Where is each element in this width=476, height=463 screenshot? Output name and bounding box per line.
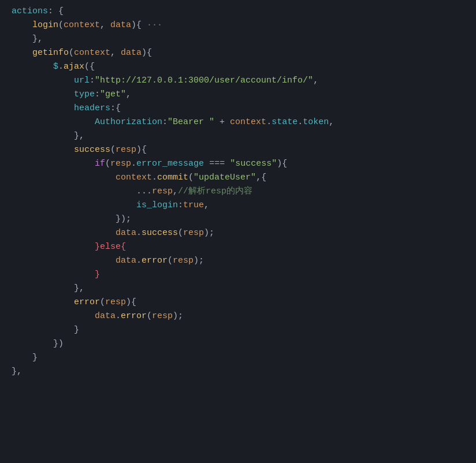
line-12: if(resp.error_message === "success"){ bbox=[12, 157, 476, 171]
line-19: data.error(resp); bbox=[12, 254, 476, 268]
line-26: } bbox=[12, 351, 476, 365]
line-13: context.commit("updateUser",{ bbox=[12, 171, 476, 185]
line-2: login(context, data){ ··· bbox=[12, 18, 476, 32]
line-22: error(resp){ bbox=[12, 296, 476, 309]
line-18: }else{ bbox=[12, 240, 476, 254]
line-14: ...resp,//解析resp的内容 bbox=[12, 185, 476, 199]
line-11: success(resp){ bbox=[12, 143, 476, 157]
line-10: }, bbox=[12, 129, 476, 143]
code-editor: actions: { login(context, data){ ··· }, … bbox=[0, 0, 476, 383]
fn-getinfo: getinfo bbox=[32, 46, 69, 60]
line-27: }, bbox=[12, 365, 476, 379]
line-5: $.ajax({ bbox=[12, 60, 476, 74]
line-24: } bbox=[12, 323, 476, 337]
line-17: data.success(resp); bbox=[12, 226, 476, 240]
line-25: }) bbox=[12, 337, 476, 351]
line-3: }, bbox=[12, 32, 476, 46]
line-21: }, bbox=[12, 282, 476, 296]
line-20: } bbox=[12, 268, 476, 282]
keyword-actions: actions bbox=[12, 5, 48, 18]
line-16: }); bbox=[12, 212, 476, 226]
line-8: headers:{ bbox=[12, 102, 476, 115]
line-4: getinfo(context, data){ bbox=[12, 46, 476, 60]
line-23: data.error(resp); bbox=[12, 309, 476, 323]
line-7: type:"get", bbox=[12, 88, 476, 102]
fn-login: login bbox=[32, 18, 58, 32]
line-6: url:"http://127.0.0.1:3000/user/account/… bbox=[12, 74, 476, 88]
line-1: actions: { bbox=[12, 5, 476, 18]
line-15: is_login:true, bbox=[12, 199, 476, 212]
line-9: Authorization:"Bearer " + context.state.… bbox=[12, 115, 476, 129]
